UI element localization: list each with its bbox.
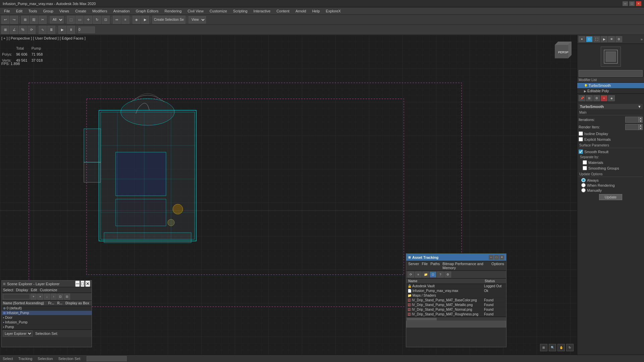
ts-iterations-input[interactable]: 0 xyxy=(625,117,639,123)
menu-item-arnold[interactable]: Arnold xyxy=(293,8,309,14)
se-new-layer-btn[interactable]: + xyxy=(31,294,37,300)
dope-sheet-button[interactable]: ≣ xyxy=(47,26,55,34)
at-bitmap-menu[interactable]: Bitmap Performance and Memory xyxy=(442,262,489,270)
at-paths-menu[interactable]: Paths xyxy=(430,262,440,270)
ts-iter-down-btn[interactable]: ▼ xyxy=(639,120,643,123)
move-button[interactable]: ✛ xyxy=(84,16,92,24)
undo-button[interactable]: ↩ xyxy=(1,16,9,24)
se-deselect-btn[interactable]: ⊟ xyxy=(64,294,70,300)
select-object-button[interactable]: ⊞ xyxy=(21,16,29,24)
at-close-button[interactable]: ✕ xyxy=(499,255,504,260)
se-select-all-btn[interactable]: ⊡ xyxy=(57,294,63,300)
at-folder-btn[interactable]: 📁 xyxy=(422,272,429,278)
pin-stack-btn[interactable]: 📌 xyxy=(579,95,585,101)
se-search-input[interactable] xyxy=(3,294,30,299)
ts-when-rendering-radio[interactable] xyxy=(581,183,586,187)
ts-manually-radio[interactable] xyxy=(581,188,586,192)
motion-tab-icon[interactable]: ▶ xyxy=(601,36,607,42)
utilities-tab-icon[interactable]: ⚙ xyxy=(615,36,622,42)
ts-materials-checkbox[interactable] xyxy=(583,160,587,165)
display-tab-icon[interactable]: 👁 xyxy=(608,36,615,42)
menu-item-scripting[interactable]: Scripting xyxy=(230,8,250,14)
curve-editor-button[interactable]: ∿ xyxy=(39,26,47,34)
table-row[interactable]: ▪ Door xyxy=(2,315,92,320)
redo-button[interactable]: ↪ xyxy=(10,16,18,24)
rotate-button[interactable]: ↻ xyxy=(93,16,101,24)
menu-item-content[interactable]: Content xyxy=(274,8,292,14)
at-help-btn[interactable]: ? xyxy=(437,272,444,278)
viewport[interactable]: [ + ] [ Perspective ] [ User Defined ] [… xyxy=(0,35,577,355)
at-options-menu[interactable]: Options xyxy=(491,262,504,270)
asset-tracking-path-input[interactable] xyxy=(406,321,506,327)
render-button[interactable]: ▶ xyxy=(141,16,149,24)
create-tab-icon[interactable]: ✦ xyxy=(579,36,585,42)
se-display-menu[interactable]: Display xyxy=(16,288,28,292)
at-file-menu[interactable]: File xyxy=(422,262,428,270)
delete-mod-btn[interactable]: × xyxy=(601,95,607,101)
modify-tab-icon[interactable]: ⊡ xyxy=(586,36,593,42)
pause-button[interactable]: ⏸ xyxy=(67,26,75,34)
align-button[interactable]: ≡ xyxy=(121,16,129,24)
ts-always-radio[interactable] xyxy=(581,178,586,182)
menu-item-rendering[interactable]: Rendering xyxy=(162,8,184,14)
at-maximize-button[interactable]: □ xyxy=(494,255,499,260)
ts-iter-up-btn[interactable]: ▲ xyxy=(639,117,643,120)
scene-explorer-minimize[interactable]: ─ xyxy=(75,281,79,287)
ts-update-button[interactable]: Update xyxy=(599,194,622,200)
se-delete-btn[interactable]: × xyxy=(37,294,43,300)
angle-snap-button[interactable]: ∠ xyxy=(10,26,18,34)
at-settings-btn[interactable]: ⚙ xyxy=(444,272,451,278)
at-refresh-btn[interactable]: ⟳ xyxy=(408,272,414,278)
link-button[interactable]: ⛓ xyxy=(30,16,38,24)
se-layer-dropdown[interactable]: Layer Explorer xyxy=(3,330,33,337)
close-button[interactable]: ✕ xyxy=(636,1,641,6)
pan-button[interactable]: ✋ xyxy=(557,344,565,351)
play-button[interactable]: ▶ xyxy=(58,26,66,34)
modifier-item-turbosmooth[interactable]: 💡 TurboSmooth xyxy=(577,83,644,88)
scene-explorer-close[interactable]: ✕ xyxy=(85,281,90,287)
menu-item-help[interactable]: Help xyxy=(310,8,323,14)
ts-render-down-btn[interactable]: ▼ xyxy=(639,127,643,130)
menu-item-views[interactable]: Views xyxy=(57,8,72,14)
object-name-input[interactable]: Pump xyxy=(579,70,643,77)
statusbar-selection-set-input[interactable] xyxy=(87,356,127,361)
scene-explorer-maximize[interactable]: □ xyxy=(80,281,85,287)
select-region-button[interactable]: ▭ xyxy=(75,16,84,24)
asset-tracking-scrollbar[interactable] xyxy=(406,317,506,321)
minimize-button[interactable]: ─ xyxy=(623,1,628,6)
spinner-snap-button[interactable]: ⟳ xyxy=(28,26,36,34)
ts-render-up-btn[interactable]: ▲ xyxy=(639,124,643,127)
create-selection-button[interactable]: Create Selection Se xyxy=(152,16,185,24)
ts-explicit-normals-checkbox[interactable] xyxy=(579,137,583,141)
se-customize-menu[interactable]: Customize xyxy=(40,288,57,292)
zoom-button[interactable]: 🔍 xyxy=(549,344,556,351)
menu-item-group[interactable]: Group xyxy=(40,8,56,14)
menu-item-interactive[interactable]: Interactive xyxy=(251,8,273,14)
table-row[interactable]: ▪ Pump xyxy=(2,325,92,329)
ts-collapse-icon[interactable]: ▼ xyxy=(638,105,641,109)
table-row[interactable]: ⊞ Infusion_Pump xyxy=(2,311,92,315)
right-panel-expand-btn[interactable]: » xyxy=(641,37,643,41)
menu-item-customize[interactable]: Customize xyxy=(207,8,230,14)
ts-render-iters-input[interactable]: 2 xyxy=(625,124,639,130)
snap-toggle-button[interactable]: ⊞ xyxy=(1,26,9,34)
at-scrollbar-thumb[interactable] xyxy=(407,318,437,320)
at-active-btn[interactable]: ⊡ xyxy=(430,272,436,278)
at-minimize-button[interactable]: ─ xyxy=(489,255,493,260)
se-add-sel-btn[interactable]: ↓ xyxy=(44,294,50,300)
show-all-btn[interactable]: ⊞ xyxy=(586,95,593,101)
hierarchy-tab-icon[interactable]: ⛶ xyxy=(593,36,600,42)
at-server-menu[interactable]: Server xyxy=(408,262,419,270)
select-button[interactable]: ⬚ xyxy=(67,16,75,24)
table-row[interactable]: ⊕ 0 (default) xyxy=(2,306,92,311)
scale-button[interactable]: ⊡ xyxy=(102,16,110,24)
ts-smoothing-groups-checkbox[interactable] xyxy=(583,166,587,170)
table-row[interactable]: 🖼 IV_Drip_Stand_Pump_MAT_Normal.png Foun… xyxy=(406,307,506,312)
table-row[interactable]: 🖼 IV_Drip_Stand_Pump_MAT_Metallic.png Fo… xyxy=(406,303,506,307)
frame-input[interactable] xyxy=(78,26,95,33)
ts-smooth-result-checkbox[interactable] xyxy=(579,149,583,154)
menu-item-create[interactable]: Create xyxy=(72,8,89,14)
table-row[interactable]: 🔒 Autodesk Vault Logged Out xyxy=(406,284,506,289)
material-editor-button[interactable]: ◈ xyxy=(132,16,141,24)
menu-item-edit[interactable]: Edit xyxy=(13,8,25,14)
